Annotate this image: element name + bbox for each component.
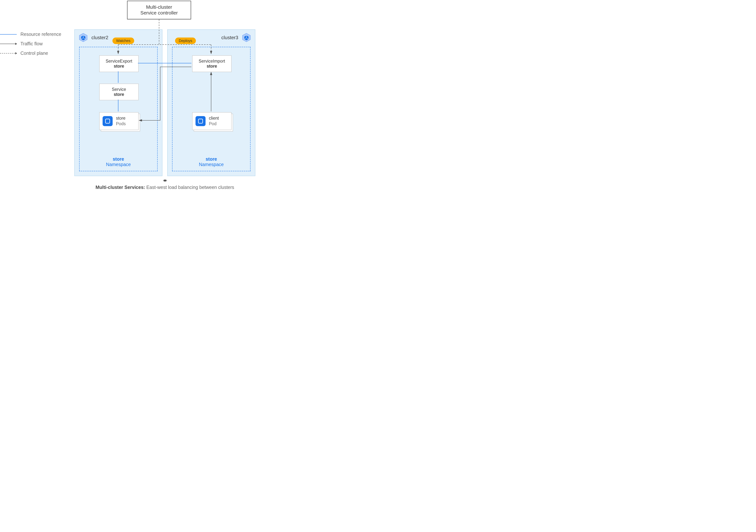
store-pods-name: store xyxy=(116,116,126,121)
pod-icon-inner xyxy=(105,119,110,123)
legend-traffic-flow: Traffic flow xyxy=(0,41,61,46)
legend-line-dashed xyxy=(0,53,17,54)
legend-label: Traffic flow xyxy=(20,41,42,46)
legend-line-arrow xyxy=(0,44,17,44)
gke-icon xyxy=(78,33,88,42)
pod-icon-inner xyxy=(198,119,203,123)
controller-line1: Multi-cluster xyxy=(146,4,172,10)
client-pod-box: client Pod xyxy=(192,112,231,130)
service-import-name: store xyxy=(207,64,217,69)
legend-label: Resource reference xyxy=(20,32,61,37)
legend-resource-reference: Resource reference xyxy=(0,32,61,37)
cluster3-name: cluster3 xyxy=(221,35,238,40)
cluster3-namespace-box: ServiceImport store client Pod store Nam… xyxy=(172,47,251,171)
legend-control-plane: Control plane xyxy=(0,50,61,56)
service-export-name: store xyxy=(114,64,124,69)
watches-badge: Watches xyxy=(112,38,134,44)
cluster3-ns-type: Namespace xyxy=(199,162,224,167)
client-pod-label: Pod xyxy=(209,121,219,127)
gke-icon xyxy=(242,33,251,42)
deploys-badge: Deploys xyxy=(175,38,196,44)
cluster2-ns-name: store xyxy=(113,156,124,162)
store-pods-text: store Pods xyxy=(116,116,126,127)
caption-rest: East-west load balancing between cluster… xyxy=(145,185,234,190)
cluster3-namespace-label: store Namespace xyxy=(173,156,250,167)
store-pods-label: Pods xyxy=(116,121,126,127)
service-name: store xyxy=(114,92,124,97)
multi-cluster-controller-box: Multi-cluster Service controller xyxy=(127,1,191,19)
pod-icon xyxy=(103,116,113,126)
cluster2-name: cluster2 xyxy=(92,35,108,40)
service-type: Service xyxy=(112,87,126,92)
diagram-caption: Multi-cluster Services: East-west load b… xyxy=(74,185,255,190)
client-pod-name: client xyxy=(209,116,219,121)
cluster2-ns-type: Namespace xyxy=(106,162,131,167)
legend: Resource reference Traffic flow Control … xyxy=(0,32,61,56)
service-export-type: ServiceExport xyxy=(106,59,132,64)
legend-line-blue xyxy=(0,34,17,35)
service-import-box: ServiceImport store xyxy=(192,55,231,72)
client-pod-text: client Pod xyxy=(209,116,219,127)
pod-icon xyxy=(196,116,205,126)
caption-bold: Multi-cluster Services: xyxy=(95,185,145,190)
cluster2-box: cluster2 ServiceExport store Service sto… xyxy=(74,29,162,176)
cluster3-box: cluster3 ServiceImport store client Pod … xyxy=(167,29,255,176)
legend-label: Control plane xyxy=(20,50,48,56)
cluster2-namespace-label: store Namespace xyxy=(80,156,157,167)
store-pods-box: store Pods xyxy=(99,112,139,130)
service-box: Service store xyxy=(99,84,139,100)
controller-line2: Service controller xyxy=(141,10,178,16)
cluster2-namespace-box: ServiceExport store Service store store … xyxy=(79,47,158,171)
cluster3-ns-name: store xyxy=(205,156,217,162)
service-import-type: ServiceImport xyxy=(199,59,225,64)
service-export-box: ServiceExport store xyxy=(99,55,139,72)
